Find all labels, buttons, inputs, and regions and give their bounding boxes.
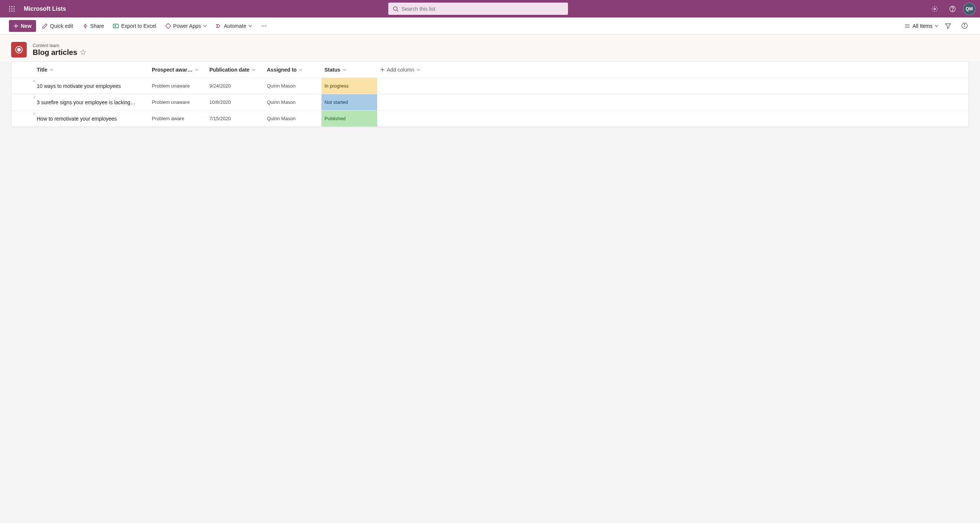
new-label: New xyxy=(21,23,32,29)
add-column-button[interactable]: Add column xyxy=(377,62,969,78)
column-label: Publication date xyxy=(209,67,250,73)
star-icon xyxy=(80,49,86,55)
empty-cell xyxy=(377,78,969,94)
share-label: Share xyxy=(90,23,104,29)
chevron-down-icon xyxy=(195,68,199,71)
svg-point-4 xyxy=(11,8,13,9)
column-status[interactable]: Status xyxy=(321,62,377,78)
chevron-down-icon xyxy=(417,68,420,71)
plus-icon xyxy=(380,68,385,72)
filter-icon xyxy=(945,23,951,29)
svg-line-10 xyxy=(397,10,398,11)
flow-icon xyxy=(216,23,222,29)
svg-point-3 xyxy=(9,8,10,9)
suite-header: Microsoft Lists QM xyxy=(0,0,980,17)
svg-point-13 xyxy=(952,10,953,10)
svg-point-11 xyxy=(934,8,936,10)
idea-icon: ✧ xyxy=(34,79,36,83)
svg-point-19 xyxy=(266,25,267,26)
app-title: Microsoft Lists xyxy=(24,6,66,12)
excel-icon xyxy=(113,23,119,29)
row-selector[interactable] xyxy=(11,78,34,94)
more-icon xyxy=(261,23,267,29)
chevron-down-icon xyxy=(252,68,255,71)
title-text: How to remotivate your employees xyxy=(37,116,117,122)
pubdate-cell: 10/8/2020 xyxy=(207,94,264,110)
column-title[interactable]: Title xyxy=(34,62,149,78)
search-input[interactable] xyxy=(402,6,563,12)
search-box[interactable] xyxy=(388,3,568,15)
title-cell[interactable]: ✧ How to remotivate your employees xyxy=(34,111,149,127)
svg-point-5 xyxy=(14,8,15,9)
column-label: Status xyxy=(325,67,340,73)
assigned-cell: Quinn Mason xyxy=(264,94,321,110)
automate-label: Automate xyxy=(224,23,246,29)
chevron-down-icon xyxy=(935,24,939,28)
pubdate-cell: 7/15/2020 xyxy=(207,111,264,127)
view-label: All Items xyxy=(912,23,932,29)
status-badge: Published xyxy=(321,111,377,127)
table-row[interactable]: ✧ 3 surefire signs your employee is lack… xyxy=(11,94,969,111)
user-avatar[interactable]: QM xyxy=(963,3,975,15)
waffle-icon xyxy=(9,6,15,12)
status-cell: Not started xyxy=(321,94,377,110)
site-breadcrumb[interactable]: Content team xyxy=(33,43,86,48)
filter-button[interactable] xyxy=(942,19,955,33)
status-badge: In progress xyxy=(321,78,377,94)
gear-icon xyxy=(931,6,938,12)
row-selector[interactable] xyxy=(11,111,34,127)
pencil-icon xyxy=(42,23,48,29)
more-commands-button[interactable] xyxy=(258,20,270,32)
chevron-down-icon xyxy=(203,24,207,28)
select-all-cell[interactable] xyxy=(11,62,34,78)
automate-button[interactable]: Automate xyxy=(213,20,255,32)
app-launcher-button[interactable] xyxy=(3,0,21,17)
quick-edit-label: Quick edit xyxy=(50,23,73,29)
prospect-cell: Problem unaware xyxy=(149,94,207,110)
add-column-label: Add column xyxy=(387,67,414,73)
settings-button[interactable] xyxy=(926,0,943,17)
column-label: Assigned to xyxy=(267,67,297,73)
svg-point-1 xyxy=(11,6,13,7)
idea-icon: ✧ xyxy=(34,95,36,100)
quick-edit-button[interactable]: Quick edit xyxy=(39,20,76,32)
svg-point-0 xyxy=(9,6,10,7)
power-apps-button[interactable]: Power Apps xyxy=(162,20,210,32)
info-pane-button[interactable] xyxy=(958,19,971,33)
new-button[interactable]: New xyxy=(9,20,36,32)
table-row[interactable]: ✧ 10 ways to motivate your employees Pro… xyxy=(11,78,969,94)
view-selector[interactable]: All Items xyxy=(904,23,939,29)
svg-rect-16 xyxy=(113,24,118,28)
svg-point-6 xyxy=(9,10,10,11)
row-selector[interactable] xyxy=(11,94,34,110)
svg-point-17 xyxy=(262,25,263,26)
idea-icon: ✧ xyxy=(34,112,36,116)
title-text: 10 ways to motivate your employees xyxy=(37,83,121,89)
list-title: Blog articles xyxy=(33,48,77,57)
column-publication-date[interactable]: Publication date xyxy=(207,62,264,78)
list-icon xyxy=(11,42,27,57)
column-assigned-to[interactable]: Assigned to xyxy=(264,62,321,78)
export-excel-button[interactable]: Export to Excel xyxy=(110,20,159,32)
table-row[interactable]: ✧ How to remotivate your employees Probl… xyxy=(11,111,969,127)
column-label: Prospect awar… xyxy=(152,67,192,73)
chevron-down-icon xyxy=(248,24,252,28)
status-badge: Not started xyxy=(321,94,377,110)
column-prospect-awareness[interactable]: Prospect awar… xyxy=(149,62,207,78)
title-cell[interactable]: ✧ 10 ways to motivate your employees xyxy=(34,78,149,94)
export-label: Export to Excel xyxy=(121,23,156,29)
chevron-down-icon xyxy=(50,68,54,71)
title-cell[interactable]: ✧ 3 surefire signs your employee is lack… xyxy=(34,94,149,110)
list-header: Content team Blog articles xyxy=(0,35,980,61)
prospect-cell: Problem aware xyxy=(149,111,207,127)
empty-cell xyxy=(377,111,969,127)
svg-point-18 xyxy=(264,25,265,26)
help-button[interactable] xyxy=(943,0,961,17)
list-view-icon xyxy=(904,23,910,29)
share-button[interactable]: Share xyxy=(79,20,107,32)
favorite-button[interactable] xyxy=(80,49,86,56)
power-apps-label: Power Apps xyxy=(173,23,201,29)
powerapps-icon xyxy=(165,23,171,29)
help-icon xyxy=(949,6,956,12)
chevron-down-icon xyxy=(343,68,346,71)
